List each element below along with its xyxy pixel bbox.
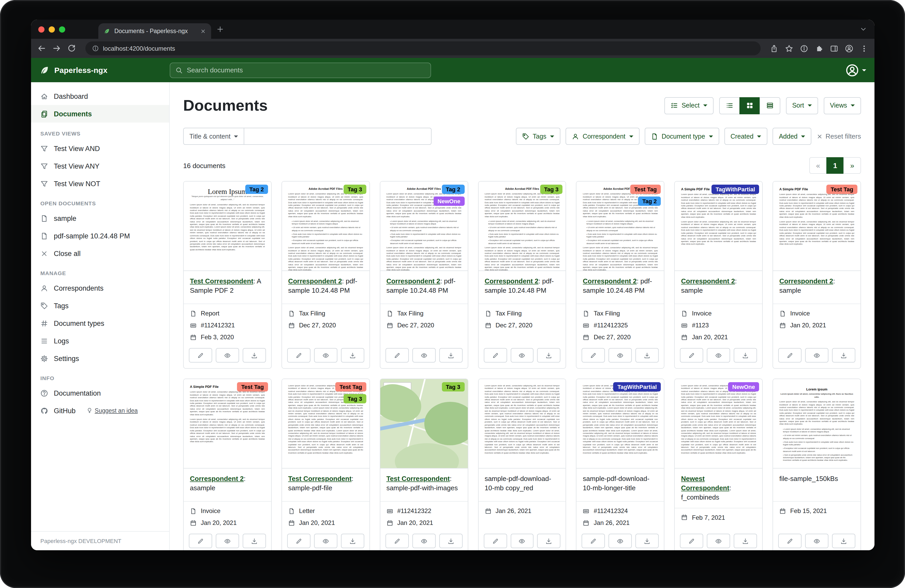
card-thumbnail[interactable]: Lorem ipsum dolor sit amet, consectetur … bbox=[675, 379, 762, 469]
view-button[interactable] bbox=[707, 348, 730, 363]
document-title-link[interactable]: Correspondent 2 bbox=[583, 277, 637, 285]
document-title-link[interactable]: Test Correspondent bbox=[386, 475, 450, 482]
reset-filters-button[interactable]: Reset filters bbox=[817, 132, 861, 140]
tag-badge[interactable]: Tag 3 bbox=[344, 394, 366, 403]
url-bar[interactable]: localhost:4200/documents bbox=[86, 41, 761, 55]
edit-button[interactable] bbox=[385, 534, 408, 548]
document-title-link[interactable]: Correspondent 2 bbox=[681, 277, 735, 285]
tag-badge[interactable]: Test Tag bbox=[237, 382, 268, 391]
edit-button[interactable] bbox=[680, 348, 703, 363]
sidebar-item-saved-view-and[interactable]: Test View AND bbox=[31, 139, 169, 157]
tag-badge[interactable]: Tag 2 bbox=[245, 185, 268, 194]
card-thumbnail[interactable]: Adobe Acrobat PDF FilesLorem ipsum dolor… bbox=[380, 182, 467, 271]
card-thumbnail[interactable]: Adobe Acrobat PDF FilesLorem ipsum dolor… bbox=[282, 182, 370, 271]
view-button[interactable] bbox=[412, 534, 435, 548]
edit-button[interactable] bbox=[680, 534, 703, 548]
sidebar-item-logs[interactable]: Logs bbox=[31, 332, 169, 350]
tag-badge[interactable]: Tag 2 bbox=[441, 185, 464, 194]
view-button[interactable] bbox=[216, 534, 239, 548]
sidebar-item-tags[interactable]: Tags bbox=[31, 297, 169, 314]
view-details-button[interactable] bbox=[760, 97, 780, 114]
browser-tab[interactable]: Documents - Paperless-ngx bbox=[98, 23, 211, 39]
sidebar-item-dashboard[interactable]: Dashboard bbox=[31, 87, 169, 105]
sidebar-item-open-doc-sample[interactable]: sample bbox=[31, 209, 169, 227]
sidebar-item-open-doc-pdf-sample[interactable]: pdf-sample 10.24.48 PM bbox=[31, 227, 169, 245]
document-title-link[interactable]: Test Correspondent bbox=[288, 475, 352, 482]
sidebar-item-saved-view-not[interactable]: Test View NOT bbox=[31, 175, 169, 192]
edit-button[interactable] bbox=[484, 534, 507, 548]
download-button[interactable] bbox=[243, 534, 266, 548]
close-window-button[interactable] bbox=[38, 26, 44, 32]
card-thumbnail[interactable]: Adobe Acrobat PDF FilesLorem ipsum dolor… bbox=[478, 182, 566, 271]
download-button[interactable] bbox=[636, 348, 659, 363]
edit-button[interactable] bbox=[287, 534, 310, 548]
filter-added-button[interactable]: Added bbox=[773, 128, 811, 145]
tag-badge[interactable]: Test Tag bbox=[630, 185, 661, 194]
card-thumbnail[interactable]: Lorem ipsum dolor sit amet, consectetur … bbox=[478, 379, 566, 469]
view-button[interactable] bbox=[412, 348, 435, 363]
view-button[interactable] bbox=[314, 348, 337, 363]
card-thumbnail[interactable]: Lorem ipsum dolor sit amet, consectetur … bbox=[282, 379, 370, 469]
pagination-page-1[interactable]: 1 bbox=[826, 157, 844, 174]
views-button[interactable]: Views bbox=[824, 97, 861, 114]
tag-badge[interactable]: Tag 3 bbox=[344, 185, 366, 194]
card-thumbnail[interactable]: Lorem ipsum dolor sit amet, consectetur … bbox=[577, 379, 664, 469]
back-button[interactable] bbox=[37, 44, 46, 53]
document-title-link[interactable]: Newest Correspondent bbox=[681, 475, 729, 492]
view-button[interactable] bbox=[609, 348, 632, 363]
view-button[interactable] bbox=[510, 348, 534, 363]
download-button[interactable] bbox=[341, 348, 364, 363]
browser-profile-avatar-icon[interactable] bbox=[845, 44, 853, 52]
document-title-link[interactable]: Correspondent 2 bbox=[779, 277, 833, 285]
sidebar-item-settings[interactable]: Settings bbox=[31, 350, 169, 367]
download-button[interactable] bbox=[537, 348, 560, 363]
pagination-next[interactable]: » bbox=[843, 157, 861, 174]
extensions-puzzle-icon[interactable] bbox=[815, 44, 823, 52]
edit-button[interactable] bbox=[484, 348, 507, 363]
tag-badge[interactable]: Tag 2 bbox=[638, 197, 661, 206]
sidebar-item-correspondents[interactable]: Correspondents bbox=[31, 279, 169, 297]
document-title-link[interactable]: Correspondent 2 bbox=[484, 277, 538, 285]
download-button[interactable] bbox=[243, 348, 266, 363]
minimize-window-button[interactable] bbox=[49, 26, 55, 32]
new-tab-button[interactable] bbox=[216, 25, 224, 33]
menu-kebab-icon[interactable] bbox=[860, 44, 868, 52]
view-list-button[interactable] bbox=[719, 97, 740, 114]
filter-correspondent-button[interactable]: Correspondent bbox=[565, 128, 639, 145]
edit-button[interactable] bbox=[582, 348, 605, 363]
filter-doctype-button[interactable]: Document type bbox=[645, 128, 719, 145]
view-button[interactable] bbox=[609, 534, 632, 548]
tag-badge[interactable]: TagWithPartial bbox=[613, 382, 661, 391]
card-thumbnail[interactable]: A Simple PDF FileLorem ipsum dolor sit a… bbox=[675, 182, 762, 271]
filter-tags-button[interactable]: Tags bbox=[516, 128, 560, 145]
sidebar-item-documentation[interactable]: Documentation bbox=[31, 384, 169, 402]
reload-button[interactable] bbox=[67, 44, 76, 53]
download-button[interactable] bbox=[734, 348, 757, 363]
select-button[interactable]: Select bbox=[664, 97, 714, 114]
sidebar-item-github[interactable]: GitHub Suggest an idea bbox=[31, 402, 169, 419]
view-button[interactable] bbox=[216, 348, 239, 363]
download-button[interactable] bbox=[439, 534, 462, 548]
card-thumbnail[interactable]: Lorem Ipsum"Neque porro quisquam est qui… bbox=[184, 182, 271, 271]
tag-badge[interactable]: Tag 3 bbox=[540, 185, 563, 194]
tag-badge[interactable]: Test Tag bbox=[335, 382, 366, 391]
tab-close-icon[interactable] bbox=[200, 28, 206, 34]
sidebar-item-document-types[interactable]: Document types bbox=[31, 314, 169, 332]
document-title-link[interactable]: Correspondent 2 bbox=[386, 277, 440, 285]
app-brand[interactable]: Paperless-ngx bbox=[39, 65, 170, 75]
card-thumbnail[interactable]: Adobe Acrobat PDF FilesLorem ipsum dolor… bbox=[577, 182, 664, 271]
edit-button[interactable] bbox=[287, 348, 310, 363]
zoom-window-button[interactable] bbox=[59, 26, 65, 32]
global-search-input[interactable] bbox=[187, 66, 426, 74]
side-panel-icon[interactable] bbox=[830, 44, 838, 52]
tag-badge[interactable]: NewOne bbox=[433, 197, 464, 206]
tab-search-chevron-icon[interactable] bbox=[859, 25, 867, 33]
download-button[interactable] bbox=[832, 348, 855, 363]
filter-text-input[interactable] bbox=[245, 128, 432, 145]
download-button[interactable] bbox=[439, 348, 462, 363]
tag-badge[interactable]: Tag 3 bbox=[441, 382, 464, 391]
page-info-circle-icon[interactable] bbox=[800, 44, 808, 52]
bookmark-star-icon[interactable] bbox=[785, 44, 793, 52]
user-menu[interactable] bbox=[846, 63, 866, 77]
document-title-link[interactable]: Test Correspondent bbox=[190, 277, 253, 285]
